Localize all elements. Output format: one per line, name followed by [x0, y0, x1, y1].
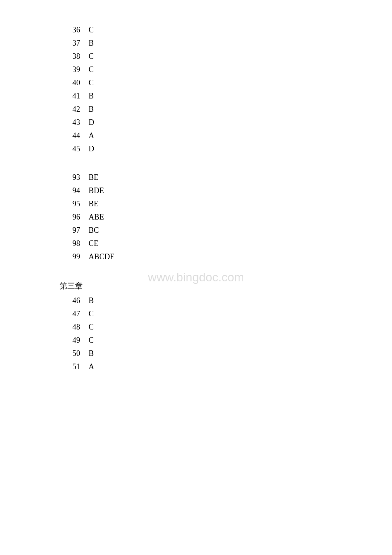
answer-number: 93	[60, 173, 80, 182]
list-item: 50B	[60, 349, 332, 358]
answer-value: C	[89, 336, 94, 345]
answer-value: ABE	[89, 213, 104, 222]
list-item: 36C	[60, 26, 332, 35]
answer-number: 95	[60, 199, 80, 208]
list-item: 99ABCDE	[60, 252, 332, 261]
answer-number: 99	[60, 252, 80, 261]
list-item: 94BDE	[60, 186, 332, 195]
list-item: 44A	[60, 131, 332, 140]
answer-value: D	[89, 145, 94, 153]
answer-value: C	[89, 323, 94, 332]
answer-number: 47	[60, 309, 80, 318]
chapter3-list: 46B47C48C49C50B51A	[60, 296, 332, 371]
list-item: 96ABE	[60, 213, 332, 222]
list-item: 98CE	[60, 239, 332, 248]
answer-value: B	[89, 92, 94, 101]
section2-list: 36C37B38C39C40C41B42B43D44A45D	[60, 26, 332, 153]
answer-value: ABCDE	[89, 252, 115, 261]
list-item: 38C	[60, 52, 332, 61]
answer-value: A	[89, 131, 94, 140]
answer-number: 96	[60, 213, 80, 222]
answer-value: C	[89, 26, 94, 35]
answer-value: B	[89, 349, 94, 358]
answer-number: 97	[60, 226, 80, 235]
list-item: 41B	[60, 92, 332, 101]
answer-value: BE	[89, 199, 98, 208]
answer-number: 50	[60, 349, 80, 358]
list-item: 43D	[60, 118, 332, 127]
answer-value: A	[89, 362, 94, 371]
answer-number: 42	[60, 105, 80, 114]
answer-value: BE	[89, 173, 98, 182]
list-item: 48C	[60, 323, 332, 332]
answer-value: BC	[89, 226, 99, 235]
answer-value: D	[89, 118, 94, 127]
list-item: 46B	[60, 296, 332, 305]
list-item: 97BC	[60, 226, 332, 235]
list-item: 93BE	[60, 173, 332, 182]
answer-value: CE	[89, 239, 98, 248]
list-item: 45D	[60, 145, 332, 153]
answer-value: BDE	[89, 186, 104, 195]
multi-section-list: 93BE94BDE95BE96ABE97BC98CE99ABCDE	[60, 173, 332, 261]
list-item: 37B	[60, 39, 332, 48]
answer-value: C	[89, 78, 94, 87]
answer-number: 45	[60, 145, 80, 153]
answer-value: B	[89, 296, 94, 305]
answer-value: C	[89, 309, 94, 318]
answer-number: 94	[60, 186, 80, 195]
answer-number: 48	[60, 323, 80, 332]
chapter3-title: 第三章	[60, 281, 332, 291]
answer-number: 37	[60, 39, 80, 48]
answer-number: 38	[60, 52, 80, 61]
list-item: 95BE	[60, 199, 332, 208]
answer-value: B	[89, 105, 94, 114]
answer-value: C	[89, 65, 94, 74]
answer-number: 46	[60, 296, 80, 305]
list-item: 51A	[60, 362, 332, 371]
answer-number: 36	[60, 26, 80, 35]
answer-value: B	[89, 39, 94, 48]
list-item: 40C	[60, 78, 332, 87]
answer-number: 41	[60, 92, 80, 101]
answer-number: 40	[60, 78, 80, 87]
answer-value: C	[89, 52, 94, 61]
answer-number: 43	[60, 118, 80, 127]
list-item: 49C	[60, 336, 332, 345]
list-item: 42B	[60, 105, 332, 114]
answer-number: 39	[60, 65, 80, 74]
answer-number: 98	[60, 239, 80, 248]
answer-number: 51	[60, 362, 80, 371]
list-item: 47C	[60, 309, 332, 318]
answer-number: 44	[60, 131, 80, 140]
list-item: 39C	[60, 65, 332, 74]
answer-number: 49	[60, 336, 80, 345]
